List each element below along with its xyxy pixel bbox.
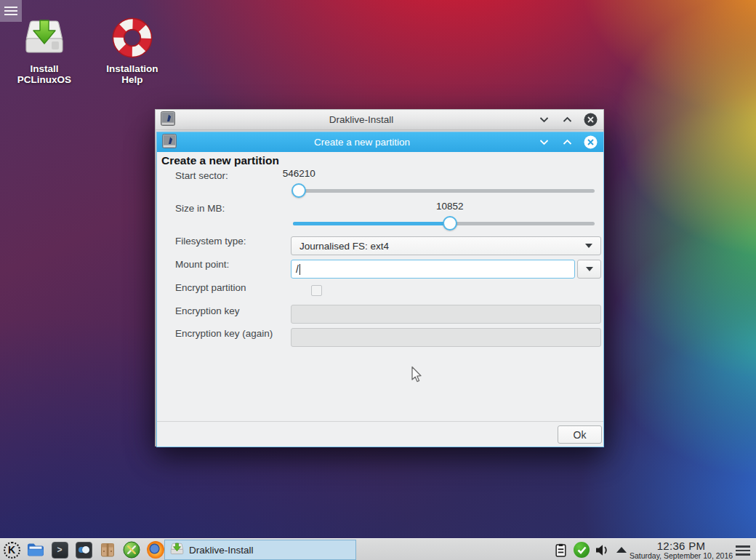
taskbar-launchers: K > — [3, 539, 164, 560]
filesystem-type-selected: Journalised FS: ext4 — [299, 241, 389, 252]
filesystem-type-select[interactable]: Journalised FS: ext4 — [291, 236, 601, 255]
clock-time: 12:36 PM — [627, 540, 736, 552]
filesystem-type-label: Filesystem type: — [175, 236, 246, 247]
kde-menu-icon[interactable]: K — [3, 541, 20, 559]
install-drive-icon — [4, 17, 85, 58]
task-button-label: Draklive-Install — [189, 545, 254, 556]
clipboard-tray-icon[interactable] — [555, 539, 566, 560]
desktop-icon-label: PCLinuxOS — [4, 74, 85, 85]
size-mb-value: 10852 — [436, 201, 464, 212]
taskbar-task-button-draklive-install[interactable]: Draklive-Install — [164, 540, 356, 560]
expand-tray-icon[interactable] — [616, 539, 627, 560]
encrypt-partition-label: Encrypt partition — [175, 282, 246, 293]
slider-track[interactable] — [293, 189, 595, 193]
mount-point-input[interactable]: / — [291, 260, 575, 279]
encryption-key-input — [291, 305, 601, 324]
window-title: Draklive-Install — [185, 114, 538, 125]
taskbar: K > — [0, 538, 756, 560]
dialog-titlebar[interactable]: Create a new partition — [157, 132, 603, 152]
package-manager-icon[interactable] — [99, 541, 116, 559]
terminal-icon[interactable]: > — [51, 541, 68, 559]
file-manager-icon[interactable] — [27, 541, 44, 559]
desktop-icon-label: Install — [4, 63, 85, 74]
minimize-icon[interactable] — [537, 135, 551, 149]
start-sector-label: Start sector: — [175, 170, 228, 181]
chevron-down-icon — [585, 244, 592, 248]
maximize-icon[interactable] — [560, 113, 574, 127]
encryption-key-again-label: Encryption key (again) — [175, 328, 273, 339]
drak-installer-icon — [162, 134, 177, 151]
dialog-body: Create a new partition Start sector: 546… — [157, 152, 603, 447]
control-center-icon[interactable] — [123, 541, 140, 559]
dialog-heading: Create a new partition — [161, 154, 279, 167]
ok-button[interactable]: Ok — [558, 425, 602, 444]
slider-handle[interactable] — [443, 216, 457, 231]
start-sector-value: 546210 — [283, 168, 315, 179]
desktop-icon-label: Help — [92, 74, 173, 85]
desktop-icon-install-pclinuxos[interactable]: Install PCLinuxOS — [4, 17, 85, 85]
drak-installer-icon — [161, 111, 175, 129]
titlebar[interactable]: Draklive-Install — [156, 110, 603, 130]
desktop-icon-installation-help[interactable]: Installation Help — [92, 17, 173, 85]
text-caret — [299, 264, 300, 275]
slider-fill — [293, 222, 450, 225]
maximize-icon[interactable] — [560, 135, 574, 149]
install-drive-icon — [170, 543, 184, 558]
mount-point-label: Mount point: — [175, 259, 229, 270]
volume-tray-icon[interactable] — [595, 539, 609, 560]
size-mb-label: Size in MB: — [175, 203, 225, 214]
mount-point-value: / — [296, 263, 299, 275]
desktop: Install PCLinuxOS Installation Help — [0, 0, 756, 560]
dialog-title: Create a new partition — [186, 137, 538, 148]
encryption-key-label: Encryption key — [175, 305, 240, 316]
dialog-create-new-partition: Create a new partition Create a new part… — [156, 132, 604, 447]
start-sector-slider[interactable]: 546210 — [293, 183, 595, 198]
system-settings-icon[interactable] — [75, 541, 92, 559]
clock-date: Saturday, September 10, 2016 — [627, 551, 736, 560]
taskbar-clock[interactable]: 12:36 PM Saturday, September 10, 2016 — [627, 540, 736, 560]
button-bar-separator — [157, 421, 603, 422]
updates-ready-tray-icon[interactable] — [574, 539, 590, 560]
chevron-down-icon — [586, 267, 593, 271]
hamburger-menu-icon — [4, 7, 17, 8]
mount-point-dropdown-button[interactable] — [577, 260, 601, 279]
firefox-icon[interactable] — [147, 541, 164, 559]
size-mb-slider[interactable]: 10852 — [293, 216, 595, 231]
desktop-icon-label: Installation — [92, 63, 173, 74]
encrypt-partition-checkbox[interactable] — [311, 285, 322, 296]
minimize-icon[interactable] — [537, 113, 551, 127]
taskbar-menu-icon[interactable] — [736, 545, 750, 556]
slider-handle[interactable] — [291, 183, 306, 198]
encryption-key-again-input — [291, 328, 601, 347]
lifebuoy-icon — [92, 17, 173, 58]
close-icon[interactable] — [584, 135, 598, 149]
close-icon[interactable] — [584, 113, 598, 127]
